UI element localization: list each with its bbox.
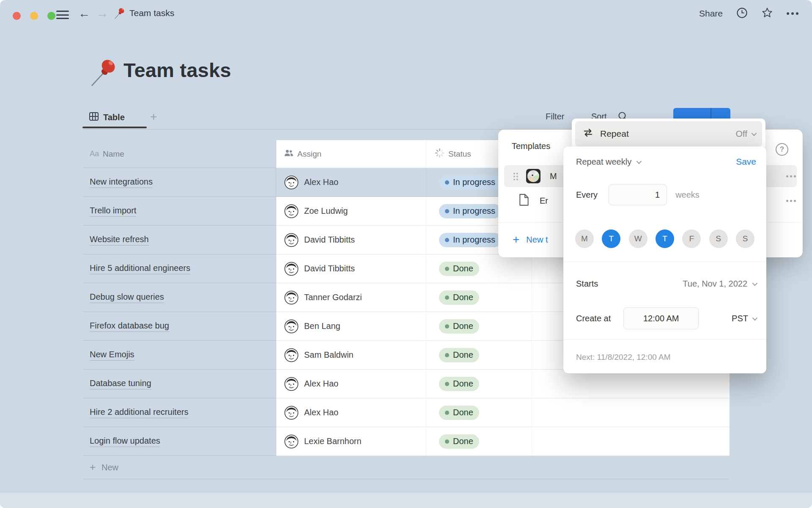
templates-popup-title: Templates <box>512 141 550 151</box>
favorite-star-icon[interactable] <box>761 7 773 20</box>
status-cell[interactable]: Done <box>426 370 532 398</box>
plus-icon: + <box>90 461 96 473</box>
task-name-cell[interactable]: Firefox database bug <box>82 312 276 341</box>
status-cell[interactable]: Done <box>426 427 532 456</box>
breadcrumb[interactable]: Team tasks <box>129 8 174 18</box>
task-name-cell[interactable]: New integrations <box>82 168 276 197</box>
column-header-name[interactable]: Aa Name <box>82 140 276 168</box>
status-badge[interactable]: In progress <box>439 204 501 218</box>
assignee-cell[interactable]: Alex Hao <box>276 168 426 197</box>
tab-table-view[interactable]: Table <box>89 112 125 123</box>
repeat-property-value[interactable]: Off <box>735 129 755 139</box>
more-options-icon[interactable] <box>787 12 789 15</box>
status-badge[interactable]: Done <box>439 377 479 391</box>
weekday-toggle[interactable]: M <box>575 229 594 248</box>
task-name[interactable]: Firefox database bug <box>90 321 169 332</box>
assignee-cell[interactable]: David Tibbitts <box>276 254 426 283</box>
task-name-cell[interactable]: Trello import <box>82 197 276 226</box>
template-more-icon[interactable] <box>786 200 788 202</box>
drag-handle-icon[interactable] <box>513 173 515 174</box>
status-badge[interactable]: In progress <box>439 175 501 190</box>
task-name-cell[interactable]: Debug slow queries <box>82 283 276 312</box>
time-input[interactable]: 12:00 AM <box>623 307 699 329</box>
weekday-toggle[interactable]: S <box>736 229 754 248</box>
table-row: Hire 2 additional recruiters Alex Hao Do… <box>82 398 730 427</box>
page-title[interactable]: Team tasks <box>123 58 231 82</box>
updates-clock-icon[interactable] <box>736 7 748 20</box>
template-more-icon[interactable] <box>786 175 788 177</box>
timezone-select[interactable]: PST <box>732 314 756 323</box>
task-name[interactable]: New Emojis <box>90 350 134 361</box>
repeat-property-row[interactable]: Repeat Off <box>575 121 762 146</box>
column-header-assign[interactable]: Assign <box>276 140 426 168</box>
task-name-cell[interactable]: Hire 5 additional engineers <box>82 254 276 283</box>
status-dot-icon <box>445 324 449 329</box>
status-badge[interactable]: Done <box>439 406 479 420</box>
task-name[interactable]: Hire 2 additional recruiters <box>90 407 188 418</box>
tab-table-label: Table <box>103 113 125 122</box>
zoom-window-button[interactable] <box>47 12 55 20</box>
assignee-cell[interactable]: David Tibbitts <box>276 226 426 254</box>
close-window-button[interactable] <box>13 12 21 20</box>
assignee-name: Lexie Barnhorn <box>304 436 362 446</box>
status-cell[interactable]: Done <box>426 398 532 427</box>
back-arrow-icon[interactable]: ← <box>78 8 90 19</box>
avatar <box>284 434 299 449</box>
assignee-name: Sam Baldwin <box>304 350 354 360</box>
task-name[interactable]: Login flow updates <box>90 436 160 447</box>
weekday-toggle[interactable]: F <box>682 229 701 248</box>
status-badge[interactable]: Done <box>439 262 479 276</box>
help-icon[interactable]: ? <box>776 143 788 156</box>
filter-button[interactable]: Filter <box>546 112 564 121</box>
save-button[interactable]: Save <box>736 157 756 167</box>
new-row[interactable]: + New <box>82 456 730 479</box>
status-badge[interactable]: Done <box>439 348 479 362</box>
status-badge[interactable]: In progress <box>439 233 501 247</box>
assignee-cell[interactable]: Sam Baldwin <box>276 341 426 370</box>
status-cell[interactable]: Done <box>426 283 532 312</box>
avatar <box>284 262 299 276</box>
assignee-cell[interactable]: Tanner Godarzi <box>276 283 426 312</box>
task-name-cell[interactable]: New Emojis <box>82 341 276 370</box>
assignee-cell[interactable]: Zoe Ludwig <box>276 197 426 226</box>
status-dot-icon <box>445 353 449 357</box>
weekday-toggle[interactable]: T <box>656 229 674 248</box>
page-icon <box>518 193 529 208</box>
minimize-window-button[interactable] <box>30 12 38 20</box>
traffic-lights <box>13 12 55 20</box>
share-button[interactable]: Share <box>699 8 723 19</box>
status-badge[interactable]: Done <box>439 290 479 305</box>
avatar <box>284 233 299 247</box>
task-name[interactable]: Debug slow queries <box>90 292 164 303</box>
task-name-cell[interactable]: Hire 2 additional recruiters <box>82 398 276 427</box>
task-name[interactable]: Trello import <box>90 206 136 217</box>
weekday-toggle[interactable]: W <box>629 229 647 248</box>
status-cell[interactable]: Done <box>426 254 532 283</box>
page-icon-pushpin[interactable] <box>89 56 119 88</box>
task-name-cell[interactable]: Database tuning <box>82 370 276 398</box>
task-name[interactable]: New integrations <box>90 177 153 188</box>
window-titlebar: ← → Team tasks Share <box>0 0 812 27</box>
assignee-cell[interactable]: Ben Lang <box>276 312 426 341</box>
add-view-icon[interactable]: + <box>150 110 157 124</box>
assignee-cell[interactable]: Alex Hao <box>276 398 426 427</box>
status-cell[interactable]: Done <box>426 341 532 370</box>
start-date-select[interactable]: Tue, Nov 1, 2022 <box>683 279 756 289</box>
task-name-cell[interactable]: Login flow updates <box>82 427 276 456</box>
interval-input[interactable]: 1 <box>609 184 667 205</box>
weekday-toggle[interactable]: S <box>709 229 728 248</box>
frequency-select[interactable]: Repeat weekly <box>576 157 640 167</box>
assignee-cell[interactable]: Lexie Barnhorn <box>276 427 426 456</box>
sidebar-menu-icon[interactable] <box>56 11 69 20</box>
cd-icon <box>526 169 540 183</box>
status-cell[interactable]: Done <box>426 312 532 341</box>
task-name-cell[interactable]: Website refresh <box>82 226 276 254</box>
status-badge[interactable]: Done <box>439 434 479 449</box>
task-name[interactable]: Hire 5 additional engineers <box>90 263 190 274</box>
status-badge[interactable]: Done <box>439 319 479 334</box>
empty-cell <box>532 398 730 427</box>
weekday-toggle[interactable]: T <box>602 229 620 248</box>
task-name[interactable]: Website refresh <box>90 235 149 246</box>
assignee-cell[interactable]: Alex Hao <box>276 370 426 398</box>
task-name[interactable]: Database tuning <box>90 378 151 389</box>
